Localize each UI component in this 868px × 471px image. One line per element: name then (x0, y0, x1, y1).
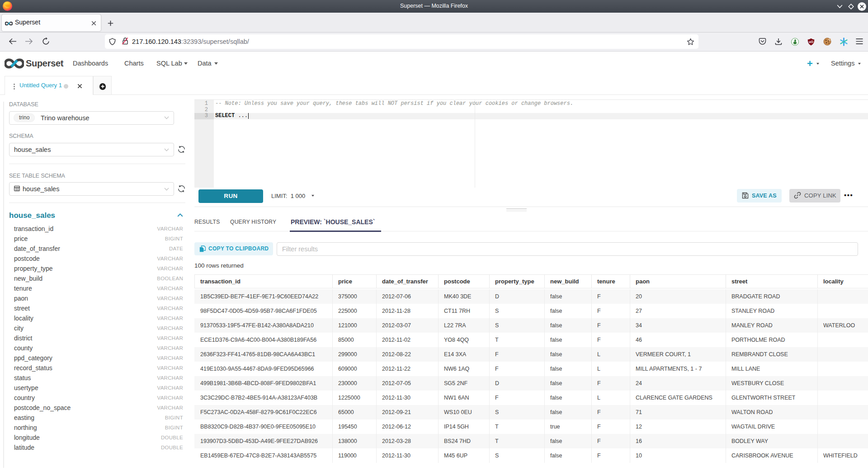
svg-text:uO: uO (809, 40, 813, 43)
